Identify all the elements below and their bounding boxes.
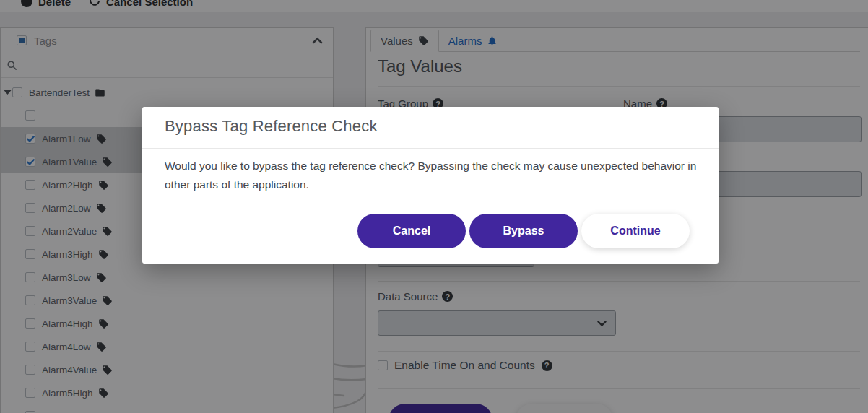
bypass-dialog: Bypass Tag Reference Check Would you lik… [142,107,719,264]
dialog-actions: Cancel Bypass Continue [357,214,690,248]
divider [142,148,719,149]
cancel-dialog-button[interactable]: Cancel [357,214,466,248]
bypass-button[interactable]: Bypass [469,214,578,248]
dialog-title: Bypass Tag Reference Check [165,117,378,136]
dialog-message: Would you like to bypass the tag referen… [165,157,708,194]
continue-button[interactable]: Continue [581,214,690,248]
